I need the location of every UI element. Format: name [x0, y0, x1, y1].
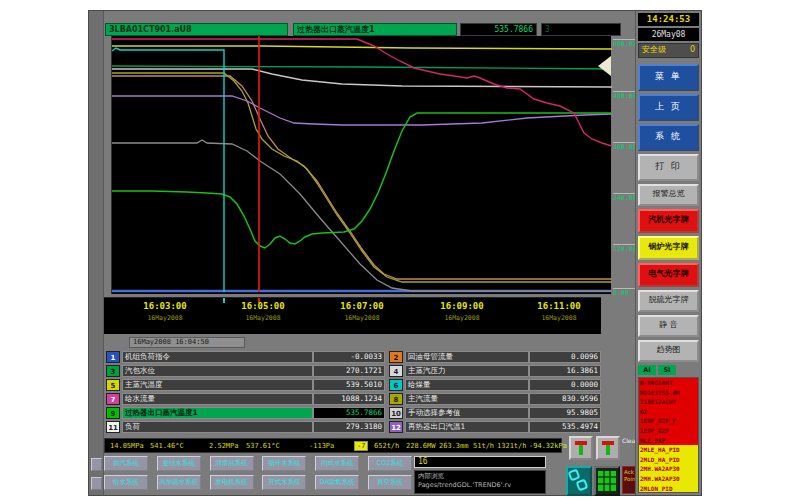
sidebar: 14:24:53 26May08 安全级 0 菜 单上 页系 统打 印报警总览汽… — [635, 11, 701, 495]
nav-button[interactable]: 发电机系统 — [210, 475, 254, 490]
pen-label: 手动选择参考值 — [405, 407, 529, 419]
left-strip — [89, 11, 104, 495]
trend-plot[interactable] — [111, 36, 611, 294]
left-mini-tab-1[interactable] — [91, 458, 102, 471]
y-tick-label: 240.00 — [613, 193, 637, 202]
sidebar-button[interactable]: 锅炉光字牌 — [638, 236, 699, 260]
point-select-button-1[interactable] — [569, 436, 593, 460]
pen-value: 830.9596 — [529, 393, 601, 405]
point-green-stem-icon — [606, 445, 610, 455]
status-value: 541.46°C — [150, 442, 184, 450]
alarm-item-red[interactable]: O2 — [639, 407, 698, 417]
grid-view-button[interactable] — [594, 466, 620, 496]
sidebar-button[interactable]: 汽机光字牌 — [638, 209, 699, 233]
pen-value: 0.0000 — [529, 379, 601, 391]
alarm-item-red[interactable]: MLE_PAF — [639, 436, 698, 446]
x-tick-date: 16May2008 — [537, 314, 580, 322]
alarm-list-tab[interactable]: SI — [658, 365, 676, 375]
nav-row-2: 给水系统高加疏水系统发电机系统开式水系统DA除氧系统真空系统 — [104, 475, 412, 490]
pen-label: 给煤量 — [405, 379, 529, 391]
alarm-item-red[interactable]: 1EDF_GZP_F — [639, 416, 698, 426]
pen-row-1[interactable]: 1机组负荷指令-0.0033 — [106, 351, 385, 363]
status-value: -113Pa — [309, 442, 334, 450]
y-tick-label: 360.00 — [613, 142, 637, 151]
sidebar-button[interactable]: 电气光字牌 — [638, 263, 699, 287]
alarm-item-red[interactable]: 1EDF_GZP — [639, 426, 698, 436]
sidebar-button[interactable]: 系 统 — [638, 124, 699, 151]
alarm-item-yellow[interactable]: 2MLE_HA_PID — [639, 445, 698, 455]
x-tick-date: 16May2008 — [241, 314, 284, 322]
trend-tag-field[interactable]: 3LBA01CT901.aU8 — [105, 23, 288, 36]
pen-value: 279.3180 — [313, 421, 385, 433]
pen-row-6[interactable]: 6给煤量0.0000 — [389, 379, 601, 391]
status-value: 51t/h — [473, 442, 494, 450]
point-select-button-2[interactable] — [596, 436, 620, 460]
pen-row-2[interactable]: 2回油母管流量0.0096 — [389, 351, 601, 363]
nav-button[interactable]: 闭式水系统 — [315, 456, 359, 471]
pen-row-5[interactable]: 5主蒸汽温度539.5010 — [106, 379, 385, 391]
alarm-item-red[interactable]: B-B9O1BHT — [639, 378, 698, 388]
pen-number-badge: 12 — [389, 421, 403, 433]
nav-button[interactable]: CO2系统 — [368, 456, 412, 471]
sidebar-button[interactable]: 趋势图 — [638, 340, 699, 362]
pen-number-badge: 7 — [106, 393, 120, 405]
pen-number-badge: 3 — [106, 365, 120, 377]
nav-button[interactable]: DA除氧系统 — [315, 475, 359, 490]
nav-button[interactable]: 抽汽系统 — [104, 456, 148, 471]
pen-label: 过热器出口蒸汽温度1 — [122, 407, 313, 419]
series-load — [112, 76, 612, 279]
cursor-timestamp: 16May2008 16:04:50 — [129, 337, 245, 348]
nav-button[interactable]: 真空系统 — [368, 475, 412, 490]
alarm-item-yellow[interactable]: 2MH.WA2AP30 — [639, 474, 698, 484]
alarm-list-tab[interactable]: AI — [638, 365, 656, 375]
nav-button[interactable]: 循环水系统 — [262, 456, 306, 471]
pen-row-4[interactable]: 4主蒸汽压力16.3861 — [389, 365, 601, 377]
sidebar-button[interactable]: 脱硫光字牌 — [638, 290, 699, 312]
nav-button[interactable]: 给水系统 — [104, 475, 148, 490]
plant-status-bar: 14.05MPa541.46°C2.52MPa537.61°C-113Pa-76… — [104, 438, 562, 453]
x-tick-time: 16:07:00 — [340, 301, 383, 311]
status-value: 537.61°C — [246, 442, 280, 450]
date-display: 26May08 — [638, 28, 699, 41]
status-value: 1321t/h — [497, 442, 527, 450]
alarm-item-yellow[interactable]: 2MLD_HA_PID — [639, 455, 698, 465]
sidebar-button[interactable]: 静 音 — [638, 315, 699, 337]
pen-number-badge: 10 — [389, 407, 403, 419]
nav-button[interactable]: 凝结水系统 — [157, 456, 201, 471]
security-label: 安全级 — [642, 44, 666, 57]
command-input[interactable]: 16 — [414, 456, 546, 468]
pen-row-12[interactable]: 12再热器出口汽温1535.4974 — [389, 421, 601, 433]
alarm-item-yellow[interactable]: 2MH.WA2AP30 — [639, 464, 698, 474]
nav-button[interactable]: 高加疏水系统 — [157, 475, 201, 490]
alarm-item-red[interactable]: T18E12ACHT — [639, 397, 698, 407]
scale-marker-triangle[interactable] — [598, 56, 611, 76]
selected-pen-label[interactable]: 过热器出口蒸汽温度1 — [293, 23, 457, 36]
nav-button[interactable]: 开式水系统 — [262, 475, 306, 490]
pen-value: 95.9805 — [529, 407, 601, 419]
pen-number-badge: 11 — [106, 421, 120, 433]
pen-table-left: 1机组负荷指令-0.00333汽包水位270.17215主蒸汽温度539.501… — [106, 351, 385, 435]
sidebar-button[interactable]: 菜 单 — [638, 64, 699, 91]
status-value: 228.6MW — [406, 442, 436, 450]
alarm-item-red[interactable]: ND1E1TS5.#M — [639, 388, 698, 398]
point-green-stem-icon — [579, 445, 583, 455]
link-button[interactable] — [566, 466, 592, 496]
aux-value-box: 3 — [541, 23, 621, 36]
pen-value: 535.4974 — [529, 421, 601, 433]
pen-row-8[interactable]: 8主汽流量830.9596 — [389, 393, 601, 405]
sidebar-button[interactable]: 打 印 — [638, 154, 699, 181]
x-tick-time: 16:09:00 — [440, 301, 483, 311]
pen-label: 汽包水位 — [122, 365, 313, 377]
sidebar-button[interactable]: 报警总览 — [638, 184, 699, 206]
pen-row-3[interactable]: 3汽包水位270.1721 — [106, 365, 385, 377]
nav-button[interactable]: 润滑油系统 — [210, 456, 254, 471]
left-mini-tab-2[interactable] — [91, 477, 102, 490]
status-value: -7 — [354, 441, 368, 451]
alarm-item-yellow[interactable]: 2MLON_PID — [639, 484, 698, 493]
clock-display: 14:24:53 — [638, 13, 699, 26]
pen-row-10[interactable]: 10手动选择参考值95.9805 — [389, 407, 601, 419]
pen-row-7[interactable]: 7给水流量1088.1234 — [106, 393, 385, 405]
sidebar-button[interactable]: 上 页 — [638, 94, 699, 121]
pen-row-9[interactable]: 9过热器出口蒸汽温度1535.7866 — [106, 407, 385, 419]
pen-row-11[interactable]: 11负荷279.3180 — [106, 421, 385, 433]
